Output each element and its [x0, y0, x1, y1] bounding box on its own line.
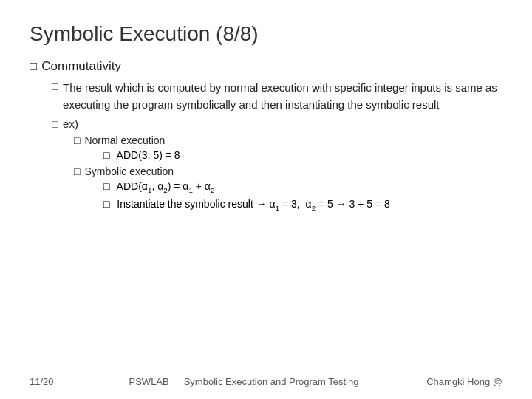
normal-execution-label: Normal execution — [84, 134, 165, 146]
bullet-marker-4: □ — [74, 134, 80, 146]
footer-center-text: Symbolic Execution and Program Testing — [184, 376, 359, 387]
slide: Symbolic Execution (8/8) □ Commutativity… — [0, 0, 532, 399]
symbolic-execution-heading: □ Symbolic execution — [74, 166, 502, 177]
bullet-marker-2: □ — [52, 80, 58, 92]
bullet-marker-5: □ — [103, 149, 109, 161]
ex-label: ex) — [63, 117, 78, 130]
commutativity-heading: □ Commutativity — [30, 59, 502, 74]
normal-execution-item: □ ADD(3, 5) = 8 — [103, 149, 502, 161]
bullet-marker-1: □ — [30, 59, 37, 74]
bullet-marker-7: □ — [103, 180, 109, 192]
the-result-bullet: □ The result which is computed by normal… — [52, 80, 502, 113]
bullet-marker-8: □ — [103, 198, 109, 210]
instantiate-text: Instantiate the symbolic result → α1 = 3… — [117, 198, 390, 210]
the-result-text: The result which is computed by normal e… — [63, 80, 502, 113]
footer: 11/20 PSWLAB Symbolic Execution and Prog… — [0, 376, 532, 387]
commutativity-label: Commutativity — [41, 59, 121, 74]
symbolic-execution-label: Symbolic execution — [84, 166, 174, 177]
add-3-5: ADD(3, 5) = 8 — [117, 149, 180, 161]
symbolic-item-2: □ Instantiate the symbolic result → α1 =… — [103, 198, 502, 212]
footer-lab: PSWLAB — [129, 376, 169, 387]
bullet-marker-6: □ — [74, 166, 80, 177]
footer-page: 11/20 — [30, 376, 74, 387]
ex-heading-bullet: □ ex) — [52, 117, 502, 130]
slide-title: Symbolic Execution (8/8) — [30, 22, 502, 46]
add-alpha: ADD(α1, α2) = α1 + α2 — [117, 180, 215, 192]
symbolic-item-1: □ ADD(α1, α2) = α1 + α2 — [103, 180, 502, 194]
footer-right-text: Chamgki Hong @ — [414, 376, 502, 387]
normal-execution-heading: □ Normal execution — [74, 134, 502, 146]
bullet-marker-3: □ — [52, 117, 58, 130]
